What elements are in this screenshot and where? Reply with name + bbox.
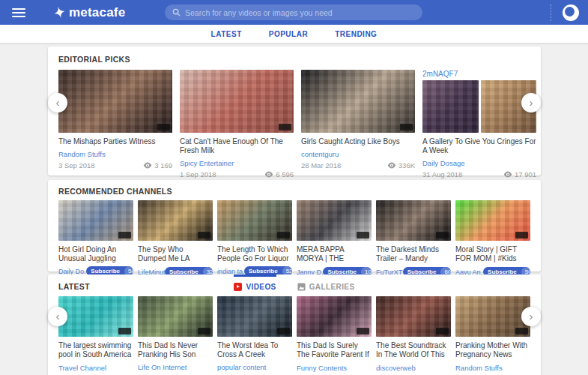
video-title[interactable]: The Length To Which People Go For Liquor	[217, 245, 292, 263]
views-eye-icon	[387, 162, 396, 169]
video-title[interactable]: A Gallery To Give You Cringes For A Week	[422, 137, 536, 155]
duration-badge	[118, 232, 131, 238]
latest-panel: LATEST VIDEOS GALLERIES The largest swim…	[48, 274, 541, 375]
video-title[interactable]: The Darkest Minds Trailer – Mandy Moore …	[376, 245, 451, 264]
search-input[interactable]	[185, 8, 415, 17]
channel-card[interactable]: Moral Story | GIFT FOR MOM | #Kids #Fun …	[455, 200, 530, 277]
channel-link[interactable]: Daily Dosage	[422, 159, 536, 167]
video-thumbnail[interactable]	[455, 296, 530, 337]
duration-badge	[198, 232, 210, 238]
carousel-next-button[interactable]: ›	[521, 93, 541, 112]
video-thumbnail[interactable]	[138, 296, 213, 337]
channel-link[interactable]: Random Stuffs	[455, 364, 530, 372]
view-count: 336K	[398, 161, 415, 170]
tab-label: GALLERIES	[309, 283, 355, 291]
video-title[interactable]: The Worst Idea To Cross A Creek	[217, 341, 292, 359]
video-thumbnail[interactable]	[58, 200, 133, 241]
video-thumbnail[interactable]	[58, 296, 133, 337]
tab-videos[interactable]: VIDEOS	[234, 274, 276, 291]
video-thumbnail[interactable]	[138, 200, 213, 241]
video-title[interactable]: Hot Girl Doing An Unusual Juggling	[58, 245, 133, 263]
video-card[interactable]: Cat Can't Have Enough Of The Fresh Milk …	[180, 70, 294, 178]
duration-badge	[515, 328, 528, 334]
video-title[interactable]: Girls Caught Acting Like Boys	[301, 137, 415, 146]
video-card[interactable]: The Mishaps Parties Witness Random Stuff…	[58, 70, 172, 178]
video-title[interactable]: Pranking Mother With Pregnancy News Went…	[455, 341, 530, 360]
channel-link[interactable]: indian ta...	[217, 268, 244, 275]
duration-badge	[436, 232, 449, 238]
video-title[interactable]: The Mishaps Parties Witness	[58, 137, 172, 146]
video-card[interactable]: The Best Soundtrack In The World Of This…	[376, 296, 451, 375]
channel-card[interactable]: The Darkest Minds Trailer – Mandy Moore …	[376, 200, 451, 277]
channel-card[interactable]: MERA BAPPA MORYA | THE AAGMAN SONG | 2..…	[297, 200, 372, 277]
gallery-card[interactable]: 2mNAQF7 A Gallery To Give You Cringes Fo…	[422, 70, 536, 178]
search-icon	[172, 8, 181, 16]
video-card[interactable]: The Worst Idea To Cross A Creek popular …	[217, 296, 292, 375]
duration-badge	[436, 328, 449, 334]
user-avatar[interactable]	[563, 4, 579, 21]
channel-link[interactable]: discoverweb	[376, 364, 451, 372]
video-thumbnail[interactable]	[301, 70, 415, 133]
channel-link[interactable]: Funny Contents	[297, 364, 372, 372]
galleries-icon	[297, 283, 306, 291]
carousel-next-button[interactable]: ›	[521, 307, 541, 326]
video-thumbnail[interactable]	[297, 200, 372, 241]
nav-latest[interactable]: LATEST	[211, 30, 242, 38]
video-title[interactable]: MERA BAPPA MORYA | THE AAGMAN SONG | 2..…	[297, 245, 372, 264]
video-thumbnail[interactable]	[58, 70, 172, 133]
nav-trending[interactable]: TRENDING	[335, 30, 377, 38]
video-title[interactable]: Cat Can't Have Enough Of The Fresh Milk	[180, 137, 294, 155]
video-title[interactable]: The Best Soundtrack In The World Of This…	[376, 341, 451, 360]
video-card[interactable]: This Dad Is Surely The Favorite Parent I…	[297, 296, 372, 375]
duration-badge	[157, 124, 170, 130]
channel-link[interactable]: contentguru	[301, 150, 415, 158]
view-count: 6 596	[276, 170, 294, 178]
gallery-thumbnail[interactable]	[422, 80, 479, 133]
view-count: 17 901	[515, 170, 536, 178]
carousel-prev-button[interactable]: ‹	[48, 307, 67, 326]
video-title[interactable]: This Dad Is Surely The Favorite Parent I…	[297, 341, 372, 360]
video-thumbnail[interactable]	[455, 200, 530, 241]
video-date: 28 Mar 2018	[301, 161, 341, 170]
video-date: 31 Aug 2018	[422, 170, 462, 178]
video-title[interactable]: The largest swimming pool in South Ameri…	[58, 341, 133, 360]
metacafe-logo[interactable]: metacafe	[52, 5, 125, 20]
tab-galleries[interactable]: GALLERIES	[297, 274, 355, 291]
carousel-prev-button[interactable]: ‹	[48, 93, 67, 112]
search-bar[interactable]	[165, 4, 422, 20]
video-card[interactable]: This Dad Is Never Pranking His Son Life …	[138, 296, 213, 375]
video-title[interactable]: This Dad Is Never Pranking His Son	[138, 341, 213, 359]
video-title[interactable]: Moral Story | GIFT FOR MOM | #Kids #Fun …	[455, 245, 530, 264]
video-thumbnail[interactable]	[180, 70, 294, 133]
gallery-user-link[interactable]: 2mNAQF7	[422, 70, 536, 80]
channel-link[interactable]: popular content	[217, 363, 292, 371]
channel-card[interactable]: The Spy Who Dumped Me LA Premiere LifeMi…	[138, 200, 213, 277]
video-thumbnail[interactable]	[376, 296, 451, 337]
section-title: EDITORIAL PICKS	[58, 46, 530, 64]
header-separator	[551, 4, 551, 21]
video-thumbnail[interactable]	[376, 200, 451, 241]
channel-card[interactable]: The Length To Which People Go For Liquor…	[217, 200, 292, 277]
channel-link[interactable]: Daily Do...	[58, 268, 86, 275]
hamburger-menu-icon[interactable]	[12, 8, 25, 17]
nav-popular[interactable]: POPULAR	[269, 30, 308, 38]
duration-badge	[198, 328, 210, 334]
recommended-channels-panel: RECOMMENDED CHANNELS Hot Girl Doing An U…	[48, 180, 541, 272]
video-thumbnail[interactable]	[217, 296, 292, 337]
video-title[interactable]: The Spy Who Dumped Me LA Premiere	[138, 245, 213, 264]
video-date: 1 Sep 2018	[180, 170, 216, 178]
video-thumbnail[interactable]	[217, 200, 292, 241]
video-thumbnail[interactable]	[297, 296, 372, 337]
editorial-picks-panel: EDITORIAL PICKS The Mishaps Parties Witn…	[48, 46, 541, 176]
channel-card[interactable]: Hot Girl Doing An Unusual Juggling Daily…	[58, 200, 133, 277]
channel-link[interactable]: Random Stuffs	[58, 150, 172, 158]
video-card[interactable]: The largest swimming pool in South Ameri…	[58, 296, 133, 375]
duration-badge	[357, 232, 369, 238]
channel-link[interactable]: Life On Internet	[138, 363, 213, 371]
channel-link[interactable]: Spicy Entertainer	[180, 159, 294, 167]
video-card[interactable]: Pranking Mother With Pregnancy News Went…	[455, 296, 530, 375]
channel-link[interactable]: Travel Channel	[58, 364, 133, 372]
video-card[interactable]: Girls Caught Acting Like Boys contentgur…	[301, 70, 415, 178]
views-eye-icon	[264, 171, 273, 178]
duration-badge	[515, 232, 528, 238]
